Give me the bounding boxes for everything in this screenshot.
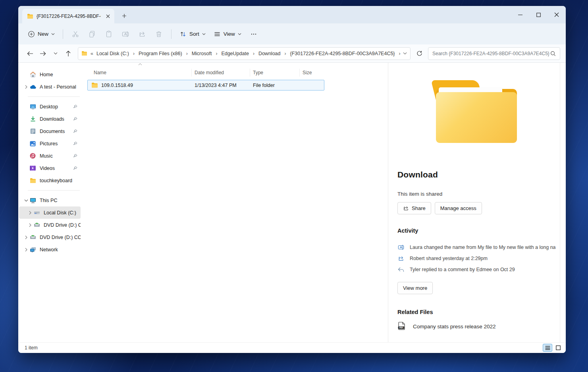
breadcrumb-separator[interactable]: › [250,51,258,56]
pin-icon [73,141,77,146]
details-view-toggle[interactable] [543,344,552,352]
up-button[interactable] [62,47,75,60]
back-button[interactable] [24,47,37,60]
pin-icon [73,166,77,170]
sidebar-item-videos[interactable]: Videos [19,162,81,174]
breadcrumb-item[interactable]: Download [258,50,281,58]
maximize-button[interactable] [529,6,548,23]
dvd-drive-icon [33,222,40,228]
breadcrumb-item[interactable]: Microsoft [191,50,213,58]
breadcrumb-item[interactable]: Local Disk (C:) [96,50,130,58]
delete-button[interactable] [150,27,167,41]
chevron-down-icon[interactable] [23,199,29,202]
activity-item[interactable]: Tyler replied to a comment by Edmee on O… [397,264,555,275]
rename-button[interactable] [117,27,134,41]
sort-button[interactable]: Sort [175,28,210,40]
chevron-right-icon[interactable] [27,211,33,215]
file-row[interactable]: 109.0.1518.49 1/13/2023 4:47 PM File fol… [87,80,324,91]
sort-ascending-icon [138,63,142,66]
folder-icon [27,13,33,19]
sidebar-item-this-pc[interactable]: This PC [19,194,81,206]
sidebar-item-desktop[interactable]: Desktop [19,100,81,113]
sidebar-item-dvd-drive-1[interactable]: DVD Drive (D:) CC [19,219,81,231]
breadcrumb-separator[interactable]: › [183,51,191,56]
sidebar-item-local-disk-c[interactable]: Local Disk (C:) [19,206,81,219]
refresh-button[interactable] [413,47,426,60]
activity-item[interactable]: Laura changed the name from My file to M… [397,242,555,253]
sidebar-item-pictures[interactable]: Pictures [19,137,81,150]
copy-icon [89,31,96,38]
address-bar[interactable]: « Local Disk (C:) › Program Files (x86) … [78,47,411,60]
sidebar-item-dvd-drive-2[interactable]: DVD Drive (D:) CCC [19,231,81,243]
recent-locations-button[interactable] [49,47,62,60]
new-button[interactable]: New [24,28,59,40]
address-dropdown-icon[interactable] [403,52,407,55]
view-lines-icon [214,31,221,38]
chevron-right-icon[interactable] [23,248,29,252]
sidebar-item-label: Pictures [40,141,73,146]
minimize-button[interactable] [511,6,529,23]
breadcrumb-separator[interactable]: › [281,51,289,56]
chevron-right-icon[interactable] [23,235,29,239]
column-header-date-modified[interactable]: Date modified [192,69,250,77]
breadcrumb-overflow-icon[interactable]: « [87,51,96,56]
sidebar-item-label: Home [40,72,81,77]
list-view-icon [545,346,550,350]
file-type: File folder [250,83,300,88]
sidebar-item-documents[interactable]: Documents [19,125,81,137]
search-input[interactable] [432,51,550,56]
sidebar-item-network[interactable]: Network [19,243,81,256]
tab-close-icon[interactable] [104,12,112,20]
see-more-button[interactable] [245,27,262,41]
share-button-toolbar[interactable] [134,27,150,41]
activity-text: Laura changed the name from My file to M… [410,245,555,250]
close-button[interactable] [548,6,566,23]
breadcrumb-item[interactable]: Program Files (x86) [138,50,183,58]
folder-icon [81,51,87,56]
search-icon[interactable] [550,51,556,56]
forward-button[interactable] [37,47,49,60]
ellipsis-icon [250,31,257,38]
copy-button[interactable] [84,27,100,41]
sidebar-item-onedrive[interactable]: A test - Personal [19,81,81,93]
column-header-name[interactable]: Name [87,69,192,77]
new-tab-button[interactable] [118,10,130,22]
breadcrumb-separator[interactable]: › [130,51,138,56]
file-explorer-window: {F3017226-FE2A-4295-8BDF-0 New [18,6,566,353]
breadcrumb-separator[interactable]: › [212,51,220,56]
related-file-name: Company stats press release 2022 [413,324,496,330]
shared-status-text: This item is shared [397,191,555,197]
share-activity-icon [397,255,404,262]
share-button[interactable]: Share [397,202,431,214]
view-button[interactable]: View [210,28,245,40]
thumbnail-view-icon [556,345,561,350]
file-list-area: Name Date modified Type Size 109.0.1518.… [81,63,388,342]
arrow-left-icon [27,51,33,56]
content-area: Home A test - Personal Desktop [18,63,566,342]
related-file-item[interactable]: PDF Company stats press release 2022 [397,322,555,331]
large-icons-view-toggle[interactable] [553,344,563,352]
chevron-right-icon[interactable] [27,223,33,227]
column-header-size[interactable]: Size [300,69,324,77]
activity-item[interactable]: Robert shared yesterday at 2:29pm [397,253,555,264]
cut-button[interactable] [67,27,84,41]
command-toolbar: New Sort [18,23,566,44]
sidebar-item-downloads[interactable]: Downloads [19,113,81,125]
folder-preview-icon [433,75,520,145]
sidebar-item-touchkeyboard[interactable]: touchkeyboard [19,174,81,187]
details-scrollbar[interactable] [560,63,560,342]
chevron-down-icon [202,33,206,35]
paste-button[interactable] [100,27,117,41]
sidebar-item-home[interactable]: Home [19,68,81,81]
share-icon [403,205,409,211]
file-name: 109.0.1518.49 [101,83,133,88]
explorer-tab[interactable]: {F3017226-FE2A-4295-8BDF-0 [22,9,114,23]
column-header-type[interactable]: Type [250,69,300,77]
breadcrumb-item[interactable]: {F3017226-FE2A-4295-8BDF-00C3A9A7E4C5} [289,50,395,58]
chevron-right-icon[interactable] [23,85,29,89]
breadcrumb-item[interactable]: EdgeUpdate [220,50,250,58]
view-more-button[interactable]: View more [397,282,433,294]
breadcrumb-separator[interactable]: › [396,51,403,56]
manage-access-button[interactable]: Manage access [435,202,482,214]
sidebar-item-music[interactable]: Music [19,150,81,162]
